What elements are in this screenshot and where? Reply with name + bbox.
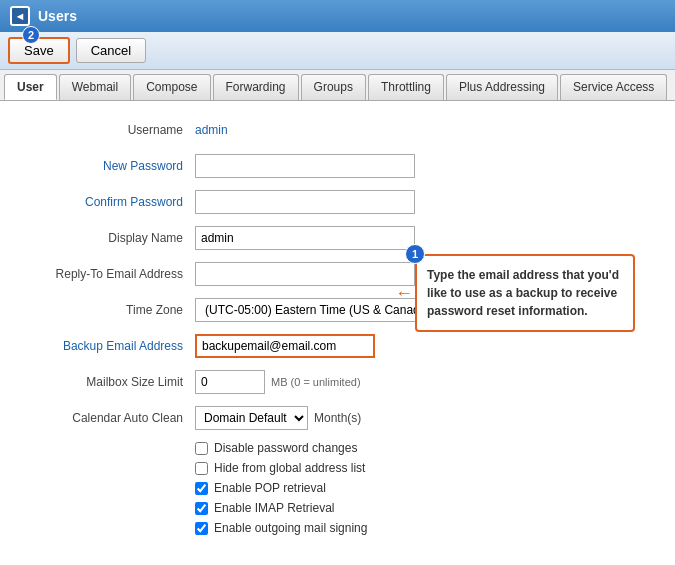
backup-email-row: Backup Email Address 1 ← Type the email … [20,333,655,359]
username-row: Username admin [20,117,655,143]
calendar-controls: Domain Default Never 1 3 6 Month(s) [195,406,361,430]
hide-global-checkbox[interactable] [195,462,208,475]
enable-pop-row: Enable POP retrieval [195,481,655,495]
mailbox-controls: MB (0 = unlimited) [195,370,361,394]
calendar-label: Calendar Auto Clean [20,411,195,425]
tab-webmail[interactable]: Webmail [59,74,131,100]
backup-email-input[interactable] [195,334,375,358]
backup-email-label: Backup Email Address [20,339,195,353]
reply-to-input[interactable] [195,262,415,286]
badge-2: 2 [22,26,40,44]
confirm-password-input[interactable] [195,190,415,214]
mailbox-row: Mailbox Size Limit MB (0 = unlimited) [20,369,655,395]
enable-imap-label: Enable IMAP Retrieval [214,501,335,515]
calendar-select[interactable]: Domain Default Never 1 3 6 [195,406,308,430]
tab-forwarding[interactable]: Forwarding [213,74,299,100]
mailbox-label: Mailbox Size Limit [20,375,195,389]
tab-plus-addressing[interactable]: Plus Addressing [446,74,558,100]
calendar-row: Calendar Auto Clean Domain Default Never… [20,405,655,431]
disable-pw-label: Disable password changes [214,441,357,455]
enable-signing-checkbox[interactable] [195,522,208,535]
confirm-password-row: Confirm Password [20,189,655,215]
username-value: admin [195,123,228,137]
new-password-row: New Password [20,153,655,179]
title-bar: ◄ Users [0,0,675,32]
page-title: Users [38,8,77,24]
backup-email-container: 1 ← Type the email address that you'd li… [195,334,375,358]
hide-global-label: Hide from global address list [214,461,365,475]
tab-throttling[interactable]: Throttling [368,74,444,100]
enable-signing-label: Enable outgoing mail signing [214,521,367,535]
tooltip-text: Type the email address that you'd like t… [427,268,619,318]
tooltip-box: 1 ← Type the email address that you'd li… [415,254,635,332]
new-password-label: New Password [20,159,195,173]
confirm-password-label: Confirm Password [20,195,195,209]
username-label: Username [20,123,195,137]
mailbox-input[interactable] [195,370,265,394]
display-name-input[interactable] [195,226,415,250]
back-icon[interactable]: ◄ [10,6,30,26]
display-name-label: Display Name [20,231,195,245]
display-name-row: Display Name [20,225,655,251]
enable-pop-checkbox[interactable] [195,482,208,495]
month-label: Month(s) [314,411,361,425]
disable-pw-checkbox[interactable] [195,442,208,455]
new-password-input[interactable] [195,154,415,178]
enable-pop-label: Enable POP retrieval [214,481,326,495]
cancel-button[interactable]: Cancel [76,38,146,63]
tab-groups[interactable]: Groups [301,74,366,100]
form-content: Username admin New Password Confirm Pass… [0,101,675,557]
tooltip-arrow: ← [395,280,413,307]
enable-imap-row: Enable IMAP Retrieval [195,501,655,515]
toolbar: 2 Save Cancel [0,32,675,70]
reply-to-label: Reply-To Email Address [20,267,195,281]
timezone-label: Time Zone [20,303,195,317]
tab-user[interactable]: User [4,74,57,100]
disable-pw-row: Disable password changes [195,441,655,455]
badge-1: 1 [405,244,425,264]
enable-signing-row: Enable outgoing mail signing [195,521,655,535]
enable-imap-checkbox[interactable] [195,502,208,515]
mailbox-note: MB (0 = unlimited) [271,376,361,388]
tab-compose[interactable]: Compose [133,74,210,100]
tab-service-access[interactable]: Service Access [560,74,667,100]
tabs-bar: User Webmail Compose Forwarding Groups T… [0,70,675,101]
save-button[interactable]: Save [8,37,70,64]
hide-global-row: Hide from global address list [195,461,655,475]
